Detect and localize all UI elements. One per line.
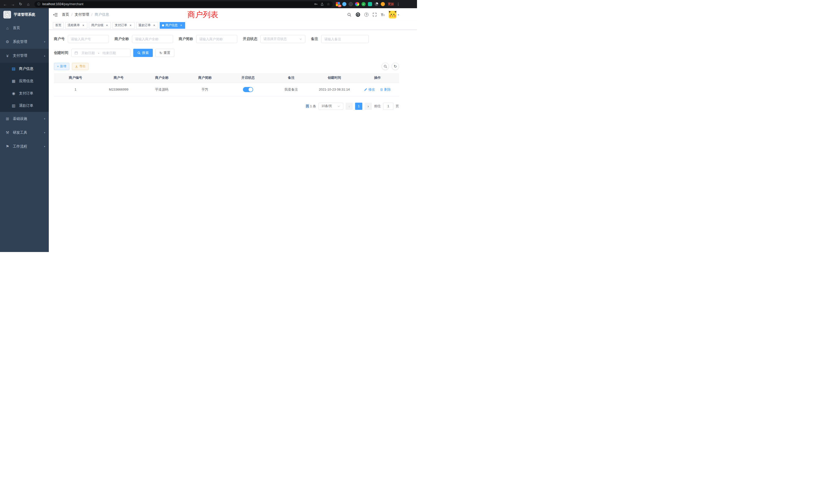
home-icon[interactable]: ⌂ — [25, 1, 31, 7]
sidebar-item-label: 退款订单 — [19, 104, 34, 108]
extension-icon[interactable] — [374, 2, 378, 6]
breadcrumb-separator: / — [91, 13, 92, 17]
sidebar-item-label: 支付管理 — [13, 53, 27, 58]
sidebar-fold-icon[interactable] — [53, 12, 58, 17]
sidebar-item-payment[interactable]: ¥ 支付管理 ▴ — [0, 49, 49, 63]
extensions-area: 10 ✓ — [336, 2, 385, 6]
tab-process-form[interactable]: 流程表单 × — [65, 22, 87, 29]
sidebar-item-label: 系统管理 — [13, 40, 27, 44]
cell-full-name: 芋道源码 — [140, 83, 183, 96]
sidebar-item-refund-order[interactable]: ▥ 退款订单 — [0, 99, 49, 112]
sidebar-item-merchant-info[interactable]: ▤ 商户信息 — [0, 63, 49, 75]
total-count-rest: 1 条 — [309, 104, 316, 108]
end-date-input[interactable] — [101, 51, 117, 55]
sidebar-item-label: 首页 — [13, 26, 20, 30]
breadcrumb-home[interactable]: 首页 — [62, 12, 69, 17]
address-bar[interactable]: ⓘ localhost:1024/pay/merchant ☆ — [35, 1, 333, 7]
refresh-button[interactable]: ↻ — [392, 63, 399, 70]
tags-view-bar: 首页 流程表单 × 用户分组 × 支付订单 × 退款订单 × — [49, 21, 417, 30]
bookmark-star-icon[interactable]: ☆ — [327, 2, 330, 6]
tab-merchant-info[interactable]: 商户信息 × — [160, 22, 185, 29]
browser-update-button[interactable]: 更新 — [388, 2, 394, 6]
site-info-icon[interactable]: ⓘ — [37, 2, 40, 6]
reset-button[interactable]: ↻ 重置 — [155, 49, 174, 57]
sidebar-item-label: 应用信息 — [19, 79, 34, 84]
close-icon[interactable]: × — [179, 24, 183, 27]
sidebar-item-label: 商户信息 — [19, 66, 34, 71]
chevron-up-icon: ▴ — [44, 54, 45, 57]
app-logo[interactable]: 芋道管理系统 — [0, 8, 49, 21]
browser-chrome: ← → ↻ ⌂ ⓘ localhost:1024/pay/merchant ☆ … — [0, 0, 417, 8]
font-size-icon[interactable]: TT — [381, 13, 385, 17]
sidebar: 芋道管理系统 ⌂ 首页 ⚙ 系统管理 ▾ ¥ 支付管理 ▴ ▤ 商户信息 ▦ 应… — [0, 8, 49, 252]
export-button[interactable]: 导出 — [72, 63, 89, 70]
sidebar-item-app-info[interactable]: ▦ 应用信息 — [0, 75, 49, 87]
sidebar-item-home[interactable]: ⌂ 首页 — [0, 21, 49, 35]
extension-icon[interactable] — [355, 2, 359, 6]
sidebar-item-workflow[interactable]: ⚑ 工作流程 ▾ — [0, 140, 49, 154]
sidebar-item-system[interactable]: ⚙ 系统管理 ▾ — [0, 35, 49, 49]
reload-icon[interactable]: ↻ — [18, 1, 24, 7]
col-merchant-no: 商户号 — [97, 73, 140, 83]
remark-input[interactable] — [324, 37, 366, 41]
breadcrumb: 首页 / 支付管理 / 商户信息 — [62, 12, 109, 17]
close-icon[interactable]: × — [129, 24, 132, 27]
page-number-button[interactable]: 1 — [355, 102, 362, 110]
close-icon[interactable]: × — [153, 24, 156, 27]
chevron-down-icon: ▾ — [44, 41, 45, 43]
browser-menu-icon[interactable]: ⋮ — [396, 2, 400, 6]
page-size-select[interactable]: 10条/页 — [319, 102, 343, 110]
user-menu[interactable]: ▾ — [389, 11, 399, 19]
search-button[interactable]: 搜索 — [133, 49, 153, 57]
extension-icon[interactable] — [349, 2, 353, 6]
cell-merchant-id: 1 — [54, 83, 97, 96]
fullscreen-icon[interactable] — [373, 13, 377, 17]
extensions-puzzle-icon[interactable]: 10 — [336, 2, 340, 6]
status-select[interactable]: 请选择开启状态 — [260, 35, 305, 43]
tab-label: 商户信息 — [166, 23, 178, 27]
toggle-search-button[interactable] — [381, 63, 389, 70]
url-text[interactable]: localhost:1024/pay/merchant — [42, 2, 84, 6]
start-date-input[interactable] — [80, 51, 96, 55]
full-name-input[interactable] — [135, 37, 170, 41]
back-icon[interactable]: ← — [2, 1, 8, 7]
profile-avatar-icon[interactable] — [381, 2, 385, 6]
edit-link[interactable]: 修改 — [364, 87, 375, 92]
download-icon — [75, 65, 78, 68]
sidebar-item-infra[interactable]: ⊞ 基础设施 ▾ — [0, 112, 49, 126]
sidebar-item-devtools[interactable]: ⚒ 研发工具 ▾ — [0, 126, 49, 140]
tab-home[interactable]: 首页 — [53, 22, 64, 29]
extension-icon[interactable] — [368, 2, 372, 6]
github-icon[interactable] — [356, 12, 360, 17]
tab-refund-order[interactable]: 退款订单 × — [136, 22, 158, 29]
extension-icon[interactable]: ✓ — [361, 2, 366, 6]
prev-page-button[interactable]: ‹ — [346, 102, 353, 110]
date-range-picker[interactable]: - — [71, 49, 130, 57]
tab-pay-order[interactable]: 支付订单 × — [112, 22, 135, 29]
status-toggle[interactable] — [243, 87, 253, 92]
select-placeholder: 请选择开启状态 — [263, 37, 298, 41]
search-icon[interactable] — [347, 13, 352, 17]
goto-page-input[interactable] — [383, 102, 393, 110]
extension-icon[interactable] — [342, 2, 346, 6]
sidebar-item-label: 工作流程 — [13, 144, 27, 149]
add-button[interactable]: + 新增 — [54, 63, 69, 70]
sidebar-item-label: 支付订单 — [19, 91, 34, 96]
page-annotation: 商户列表 — [188, 9, 218, 20]
tab-user-group[interactable]: 用户分组 × — [89, 22, 111, 29]
close-icon[interactable]: × — [82, 24, 85, 27]
next-page-button[interactable]: › — [365, 102, 372, 110]
help-icon[interactable]: ? — [364, 13, 369, 17]
delete-link[interactable]: 删除 — [380, 87, 391, 92]
sidebar-item-pay-order[interactable]: ◉ 支付订单 — [0, 87, 49, 99]
breadcrumb-payment[interactable]: 支付管理 — [75, 12, 89, 17]
password-key-icon[interactable] — [314, 2, 317, 6]
col-short-name: 商户简称 — [183, 73, 226, 83]
merchant-no-input[interactable] — [71, 37, 106, 41]
close-icon[interactable]: × — [105, 24, 109, 27]
share-icon[interactable] — [321, 3, 324, 6]
goto-label: 前往 — [374, 104, 381, 109]
short-name-input[interactable] — [199, 37, 234, 41]
forward-icon[interactable]: → — [10, 1, 16, 7]
merchant-table: 商户编号 商户号 商户全称 商户简称 开启状态 备注 创建时间 操作 1 M23… — [54, 73, 399, 96]
